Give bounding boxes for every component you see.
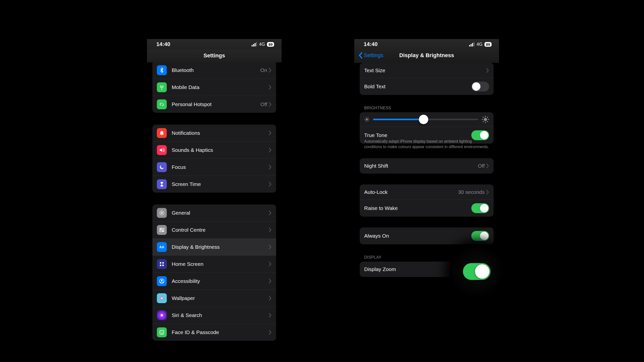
raise-to-wake-toggle[interactable]	[471, 203, 489, 213]
chevron-right-icon	[486, 68, 489, 73]
settings-row-control-centre[interactable]: Control Centre	[152, 222, 276, 239]
settings-row-notifications[interactable]: Notifications	[152, 125, 276, 142]
settings-group-connectivity: BluetoothOnMobile DataPersonal HotspotOf…	[152, 62, 276, 113]
row-night-shift[interactable]: Night Shift Off	[360, 158, 494, 174]
antenna-icon	[157, 82, 167, 92]
svg-point-14	[161, 298, 162, 299]
AA-icon: AA	[157, 242, 167, 252]
speaker-icon	[157, 145, 167, 155]
svg-point-6	[162, 231, 163, 232]
chevron-right-icon	[269, 296, 272, 301]
svg-point-13	[161, 280, 162, 281]
svg-line-39	[487, 121, 488, 122]
link-icon	[157, 99, 167, 109]
always-on-zoom-highlight	[450, 244, 504, 299]
svg-point-17	[159, 298, 161, 299]
row-text-size[interactable]: Text Size	[360, 63, 494, 78]
svg-line-41	[487, 117, 488, 118]
chevron-right-icon	[269, 165, 272, 170]
row-label: Focus	[172, 164, 269, 170]
svg-point-18	[163, 298, 164, 299]
chevron-right-icon	[486, 190, 489, 195]
battery-pill: 89	[484, 42, 492, 47]
row-always-on: Always On	[360, 228, 494, 244]
settings-row-siri-search[interactable]: Siri & Search	[152, 307, 276, 324]
hourglass-icon	[157, 179, 167, 189]
svg-line-29	[365, 118, 366, 118]
person-icon	[157, 276, 167, 286]
chevron-right-icon	[269, 182, 272, 187]
chevron-right-icon	[269, 262, 272, 267]
row-label: Personal Hotspot	[172, 101, 260, 107]
chevron-right-icon	[269, 85, 272, 90]
network-label: 4G	[476, 42, 482, 47]
row-label: Always On	[364, 233, 471, 239]
svg-line-32	[368, 118, 369, 118]
bold-text-toggle[interactable]	[471, 82, 489, 91]
settings-row-home-screen[interactable]: Home Screen	[152, 256, 276, 273]
row-label: Notifications	[172, 130, 269, 136]
settings-row-sounds-haptics[interactable]: Sounds & Haptics	[152, 142, 276, 159]
status-bar: 14:40 4G 89	[354, 39, 499, 49]
row-label: Text Size	[364, 67, 486, 73]
settings-row-display-brightness[interactable]: AADisplay & Brightness	[152, 239, 276, 256]
network-label: 4G	[259, 42, 265, 47]
signal-icon	[252, 42, 257, 46]
bell-icon	[157, 128, 167, 138]
always-on-toggle-zoomed[interactable]	[463, 263, 490, 280]
chevron-right-icon	[269, 245, 272, 250]
status-time: 14:40	[364, 41, 378, 47]
group-always-on: Always On	[360, 228, 494, 244]
always-on-toggle[interactable]	[471, 231, 489, 241]
brightness-slider[interactable]	[373, 119, 478, 120]
row-auto-lock[interactable]: Auto-Lock 30 seconds	[360, 184, 494, 200]
true-tone-toggle[interactable]	[471, 130, 489, 140]
settings-group-alerts: NotificationsSounds & HapticsFocusScreen…	[152, 125, 276, 193]
settings-row-personal-hotspot[interactable]: Personal HotspotOff	[152, 96, 276, 113]
row-label: Bluetooth	[172, 67, 260, 73]
sun-large-icon	[482, 116, 489, 123]
settings-row-general[interactable]: General	[152, 205, 276, 222]
chevron-right-icon	[269, 279, 272, 284]
settings-row-screen-time[interactable]: Screen Time	[152, 176, 276, 193]
svg-rect-21	[160, 330, 164, 334]
chevron-right-icon	[269, 131, 272, 135]
svg-point-4	[160, 229, 161, 229]
grid-icon	[157, 259, 167, 269]
row-label: Control Centre	[172, 227, 269, 233]
svg-rect-3	[160, 228, 164, 229]
back-button[interactable]: Settings	[358, 52, 384, 59]
group-lock: Auto-Lock 30 seconds Raise to Wake	[360, 184, 494, 217]
signal-icon	[469, 42, 474, 46]
settings-row-face-id-passcode[interactable]: Face ID & Passcode	[152, 324, 276, 341]
svg-rect-5	[160, 230, 164, 232]
svg-rect-1	[161, 135, 162, 135]
settings-row-focus[interactable]: Focus	[152, 159, 276, 176]
row-label: Display & Brightness	[172, 244, 269, 250]
svg-text:AA: AA	[159, 245, 164, 249]
status-time: 14:40	[156, 41, 170, 47]
chevron-right-icon	[269, 68, 272, 73]
row-value: On	[260, 67, 267, 73]
settings-row-mobile-data[interactable]: Mobile Data	[152, 79, 276, 96]
row-label: Face ID & Passcode	[172, 329, 269, 335]
chevron-right-icon	[269, 330, 272, 335]
row-label: General	[172, 210, 269, 216]
chevron-right-icon	[269, 148, 272, 153]
settings-row-bluetooth[interactable]: BluetoothOn	[152, 62, 276, 79]
battery-pill: 89	[267, 42, 274, 47]
row-label: Auto-Lock	[364, 189, 458, 195]
display-brightness-screen: 14:40 4G 89 Settings Display & Brightnes…	[354, 39, 499, 277]
settings-row-wallpaper[interactable]: Wallpaper	[152, 290, 276, 307]
row-label: Night Shift	[364, 163, 478, 169]
row-raise-to-wake: Raise to Wake	[360, 200, 494, 217]
status-bar: 14:40 4G 89	[147, 39, 282, 49]
row-label: Mobile Data	[172, 84, 269, 90]
settings-row-accessibility[interactable]: Accessibility	[152, 273, 276, 290]
chevron-right-icon	[269, 210, 272, 215]
brightness-slider-row	[360, 112, 494, 127]
svg-point-2	[161, 212, 162, 214]
sun-small-icon	[364, 117, 370, 122]
row-value: Off	[260, 101, 267, 107]
siri-icon	[157, 310, 167, 320]
